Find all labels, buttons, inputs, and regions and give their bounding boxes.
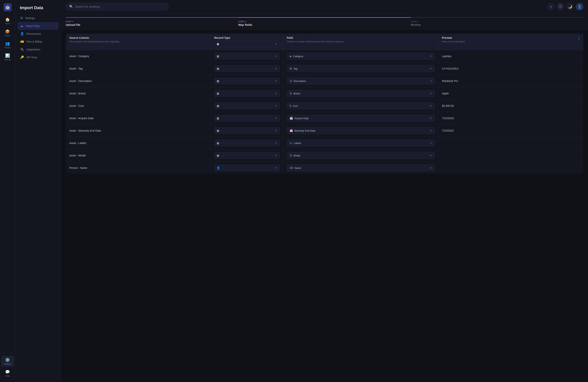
step-2-num: STEP 2 (238, 21, 411, 23)
field-cell: ◈ Category ▼ (283, 50, 438, 63)
add-button[interactable]: ＋ (547, 3, 555, 10)
chevron-down-icon: ▼ (430, 55, 432, 57)
sidebar-item-api-keys[interactable]: 🔑 API Keys (18, 53, 59, 61)
nav-item-chat[interactable]: 💬 Chat (1, 368, 14, 379)
preview-cell (438, 137, 583, 149)
avatar-icon: 👤 (578, 5, 582, 9)
sidebar-item-plan-billing[interactable]: 💳 Plan & Billing (18, 38, 59, 45)
field-cell: 📅 Warranty End Date ▼ (283, 125, 438, 137)
field-select[interactable]: ☰ Model ▼ (287, 152, 435, 159)
field-select[interactable]: 📅 Acquire Date ▼ (287, 115, 435, 122)
theme-toggle[interactable]: 🌙 (566, 3, 574, 10)
chevron-down-icon: ▼ (430, 154, 432, 157)
record-type-select[interactable]: ▦ ▼ (214, 65, 280, 72)
record-type-select[interactable]: ▦ ▼ (214, 115, 280, 121)
chat-icon: 💬 (5, 370, 10, 374)
user-avatar[interactable]: 👤 (576, 3, 583, 10)
record-type-select[interactable]: ▦ ▼ (214, 127, 280, 134)
field-cell: 📅 Acquire Date ▼ (283, 112, 438, 125)
field-select[interactable]: ◈ Category ▼ (287, 53, 435, 60)
field-icon: 📅 (290, 129, 293, 132)
record-type-select[interactable]: 👤 ▼ (214, 165, 280, 171)
field-select[interactable]: ☰ Description ▼ (287, 78, 435, 84)
nav-item-people[interactable]: 👥 People (1, 39, 14, 51)
nav-item-settings[interactable]: ⚙️ Settings (1, 356, 14, 367)
search-input[interactable] (75, 5, 165, 8)
step-2-bar (238, 17, 411, 18)
field-select[interactable]: ⊞ Tag ▼ (287, 65, 435, 72)
table-row: Asset - Brand ▦ ▼ ☰ Brand ▼ Apple (66, 87, 583, 100)
sidebar-label-import-data: Import Data (26, 24, 40, 27)
sort-down-icon[interactable]: ▼ (578, 39, 580, 41)
field-label: Name (294, 167, 301, 169)
chevron-down-icon: ▼ (275, 43, 277, 45)
record-type-cell: ▦ ▼ (211, 63, 283, 75)
field-label: Cost (293, 105, 298, 107)
record-type-cell: ▦ ▼ (211, 75, 283, 87)
source-column-cell: Asset - Tag (66, 63, 211, 75)
field-label: Tag (294, 67, 297, 70)
search-bar[interactable]: 🔍 (66, 3, 169, 10)
field-select[interactable]: 📅 Warranty End Date ▼ (287, 127, 435, 134)
settings-icon: ⚙ (20, 16, 23, 20)
record-type-cell: 👤 ▼ (211, 162, 283, 174)
chevron-down-icon: ▼ (430, 142, 432, 144)
record-select-icon: ▦ (217, 104, 219, 107)
record-type-select[interactable]: ▦ ▼ (214, 90, 280, 97)
api-keys-icon: 🔑 (20, 55, 24, 59)
sidebar-item-integrations[interactable]: 🔌 Integrations (18, 45, 59, 53)
nav-item-reports[interactable]: 📊 Reports (1, 51, 14, 63)
th-source-column: Source Column The column in the spreadsh… (66, 34, 211, 50)
nav-item-home[interactable]: 🏠 Home (1, 15, 14, 26)
th-preview: Preview How row #1 will import. ▲ ▼ (438, 34, 583, 50)
record-type-select[interactable]: ▦ ▼ (214, 53, 280, 59)
step-3-name: Review (411, 23, 583, 26)
field-label: Labels (294, 142, 301, 145)
record-type-select[interactable]: ▦ ▼ (214, 152, 280, 159)
nav-item-assets[interactable]: 📦 Assets (1, 27, 14, 39)
nav-label-chat: Chat (5, 375, 10, 377)
field-select[interactable]: $ Cost ▼ (287, 102, 435, 109)
th-record-type: Record Type ▦ ▼ (211, 34, 283, 50)
sort-up-icon[interactable]: ▲ (578, 36, 580, 38)
sidebar-label-api-keys: API Keys (26, 56, 37, 59)
app-logo[interactable]: 🤖 (3, 3, 12, 11)
field-cell: ☰ Model ▼ (283, 149, 438, 162)
nav-label-home: Home (5, 22, 10, 25)
import-table-wrap: Source Column The column in the spreadsh… (61, 30, 588, 178)
nav-label-people: People (5, 46, 10, 49)
field-select[interactable]: 🏷 Labels ▼ (287, 140, 435, 147)
record-type-select[interactable]: ▦ ▼ (214, 140, 280, 146)
scan-button[interactable]: ⿲ (557, 3, 564, 10)
chevron-down-icon: ▼ (275, 130, 277, 132)
record-type-select[interactable]: ▦ ▼ (214, 78, 280, 84)
field-icon: $ (290, 104, 291, 107)
step-3-num: STEP 3 (411, 21, 583, 23)
topbar: 🔍 ＋ ⿲ 🌙 👤 (61, 0, 588, 13)
record-type-cell: ▦ ▼ (211, 100, 283, 112)
field-icon: 🏷 (290, 141, 292, 145)
source-column-cell: Asset - Brand (66, 87, 211, 100)
chevron-down-icon: ▼ (275, 92, 277, 94)
record-select-icon: ▦ (217, 79, 219, 83)
sidebar-item-permissions[interactable]: 👤 Permissions (18, 30, 59, 38)
record-select-icon: ▦ (217, 154, 219, 157)
field-icon: AB (290, 166, 293, 169)
chevron-down-icon: ▼ (275, 154, 277, 157)
chevron-down-icon: ▼ (430, 117, 432, 119)
sidebar-item-import-data[interactable]: ☁ Import Data (18, 22, 59, 30)
sidebar-item-settings[interactable]: ⚙ Settings (18, 14, 59, 22)
field-select[interactable]: AB Name ▼ (287, 164, 435, 171)
field-select[interactable]: ☰ Brand ▼ (287, 90, 435, 97)
source-column-cell: Person - Name (66, 162, 211, 174)
settings-nav-icon: ⚙️ (5, 358, 10, 362)
plus-icon: ＋ (549, 4, 553, 9)
chevron-down-icon: ▼ (275, 80, 277, 82)
record-type-cell: ▦ ▼ (211, 137, 283, 149)
source-column-cell: Asset - Warranty End Date (66, 125, 211, 137)
reports-icon: 📊 (5, 53, 10, 58)
record-type-header-select[interactable]: ▦ ▼ (214, 41, 280, 47)
record-type-select[interactable]: ▦ ▼ (214, 103, 280, 109)
field-cell: AB Name ▼ (283, 162, 438, 174)
home-icon: 🏠 (5, 17, 10, 22)
